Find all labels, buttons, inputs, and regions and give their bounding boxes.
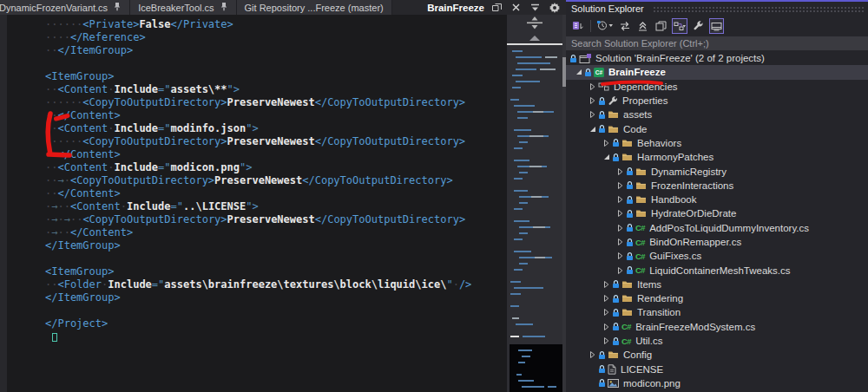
tab-list-icon[interactable] [529,1,542,14]
folder-icon [621,153,633,161]
folder-icon [635,167,647,176]
editor-split-handle-icon[interactable] [525,16,544,33]
tree-item[interactable]: Properties [566,94,868,108]
properties-icon[interactable] [691,18,706,34]
tree-item[interactable]: Rendering [566,291,868,305]
tree-item-label: HarmonyPatches [637,152,713,162]
expand-arrow-icon[interactable] [573,69,584,75]
tree-item[interactable]: LICENSE [566,363,868,376]
tree-item-label: assets [623,109,652,120]
minimap-scrollbar[interactable] [507,15,562,392]
settings-gear-icon[interactable] [548,1,561,14]
collapse-arrow-icon[interactable] [601,336,612,345]
tree-item[interactable]: C#Util.cs [566,334,868,348]
code-editor[interactable]: ······<Private>False</Private>····</Refe… [0,15,507,392]
solution-explorer-header[interactable]: Solution Explorer [566,2,868,15]
lock-icon [626,180,634,190]
expand-arrow-icon[interactable] [601,154,612,160]
switch-views-icon[interactable] [570,18,585,34]
collapse-arrow-icon[interactable] [601,308,612,317]
panel-drag-grip [653,6,865,13]
tree-item[interactable]: Handbook [566,193,868,206]
keep-open-icon[interactable] [490,1,503,14]
collapse-arrow-icon[interactable] [587,110,598,119]
open-files-filter-icon[interactable] [596,18,614,34]
editor-tab[interactable]: IceBreakerTool.cs [130,0,236,15]
close-icon[interactable] [510,1,523,14]
collapse-arrow-icon[interactable] [615,252,626,260]
lock-icon [612,308,620,317]
tree-item[interactable]: C#AddPosToLiquidDummyInventory.cs [566,221,868,235]
tree-item[interactable]: Behaviors [566,136,868,150]
tree-item-label: Properties [622,95,667,106]
minimap-viewport-box[interactable] [510,344,562,392]
preview-tab-brainfreeze[interactable]: BrainFreeze [419,0,566,15]
tree-item[interactable]: C#BrainFreezeModSystem.cs [566,320,868,334]
tree-item[interactable]: Items [566,278,868,291]
project-icon: C# [594,68,604,77]
collapse-arrow-icon[interactable] [601,294,612,303]
pin-icon[interactable] [220,2,228,13]
tree-item[interactable]: C#LiquidContainerMeshTweaks.cs [566,263,868,277]
lock-icon [598,364,606,374]
preview-selected-items-icon[interactable] [709,18,724,34]
tree-item[interactable]: C#BrainFreeze [566,65,868,79]
code-line: ··</ItemGroup> [45,44,471,57]
solution-row[interactable]: Solution 'BrainFreeze' (2 of 2 projects) [566,51,868,65]
collapse-arrow-icon[interactable] [587,96,598,105]
tree-item-label: GuiFixes.cs [649,251,701,261]
tree-item[interactable]: FrozenInteractions [566,179,868,193]
tree-item[interactable]: Transition [566,305,868,319]
tree-item[interactable]: HarmonyPatches [566,150,868,164]
collapse-arrow-icon[interactable] [601,280,612,289]
collapse-arrow-icon[interactable] [615,238,626,246]
tree-item[interactable]: assets [566,108,868,121]
tree-item[interactable]: Config [566,348,868,362]
collapse-arrow-icon[interactable] [601,139,612,147]
lock-icon [626,238,634,247]
minimap-caret-line [507,43,562,45]
pin-icon[interactable] [113,2,122,13]
collapse-arrow-icon[interactable] [615,209,626,218]
code-line: ··</Content> [45,148,471,161]
tree-item-label: BrainFreeze [608,67,666,77]
tree-item-label: Handbook [651,194,696,205]
folder-icon [608,110,619,119]
code-line: </Project> [45,317,471,330]
tree-item[interactable]: Dependencies [566,80,868,94]
sync-with-active-document-icon[interactable] [617,18,632,34]
lock-icon [569,54,577,63]
folder-icon [635,195,647,204]
code-line: ····</Reference> [45,31,471,44]
tree-item[interactable]: C#GuiFixes.cs [566,249,868,263]
tree-item-label: Transition [637,307,681,317]
collapse-arrow-icon[interactable] [587,82,598,91]
scroll-up-button[interactable] [529,36,540,41]
collapse-arrow-icon[interactable] [615,195,626,204]
expand-arrow-icon[interactable] [587,127,598,132]
lock-icon [612,322,620,331]
collapse-arrow-icon[interactable] [615,181,626,190]
collapse-arrow-icon[interactable] [587,350,598,359]
tree-item[interactable]: Code [566,121,868,135]
collapse-arrow-icon[interactable] [601,323,612,331]
collapse-arrow-icon[interactable] [615,224,626,232]
tree-item[interactable]: DynamicRegistry [566,164,868,178]
tab-label: DynamicFrozenVariant.cs [0,3,108,13]
deps-icon [598,82,609,91]
tree-item[interactable]: HydrateOrDieDrate [566,206,868,220]
collapse-arrow-icon[interactable] [615,167,626,176]
tree-item-label: modicon.png [623,378,681,389]
search-input[interactable] [566,36,868,50]
folder-icon [621,294,633,303]
tree-item-label: Items [637,279,661,290]
tree-item[interactable]: modicon.png [566,376,868,390]
editor-tab[interactable]: DynamicFrozenVariant.cs [0,0,130,15]
tree-item[interactable]: C#BindOnRemapper.cs [566,235,868,249]
editor-tab[interactable]: Git Repository ...Freeze (master) [237,0,392,15]
collapse-all-icon[interactable] [635,18,650,34]
collapse-arrow-icon[interactable] [615,266,626,275]
show-all-files-icon[interactable] [654,18,668,34]
preview-tab-label: BrainFreeze [427,3,484,13]
track-active-item-icon[interactable] [672,18,687,34]
